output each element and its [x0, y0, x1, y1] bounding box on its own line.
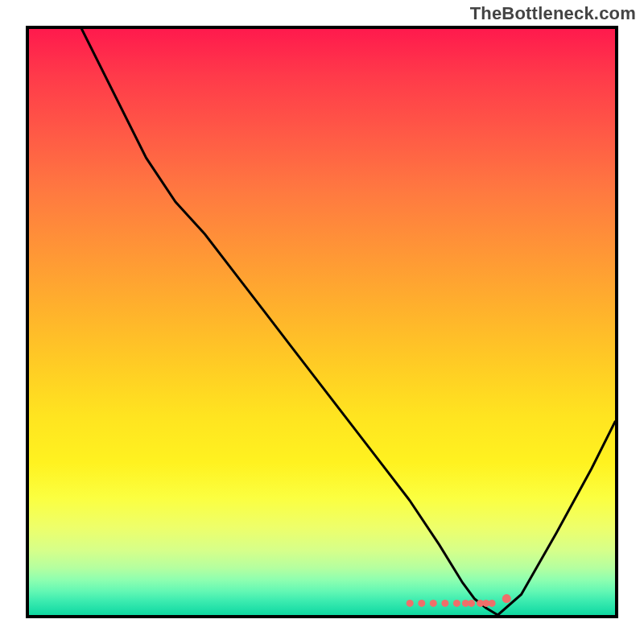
data-marker	[489, 600, 496, 607]
data-marker	[468, 600, 475, 607]
bottleneck-curve-path	[82, 29, 616, 615]
plot-frame	[26, 26, 618, 618]
watermark-text: TheBottleneck.com	[470, 3, 636, 24]
data-marker	[453, 600, 460, 607]
data-marker	[407, 600, 414, 607]
data-marker	[441, 600, 448, 607]
chart-container: TheBottleneck.com	[0, 0, 644, 644]
chart-svg	[29, 29, 615, 615]
data-marker	[502, 594, 511, 603]
data-marker	[418, 600, 425, 607]
data-marker	[430, 600, 437, 607]
marker-group	[407, 594, 511, 607]
